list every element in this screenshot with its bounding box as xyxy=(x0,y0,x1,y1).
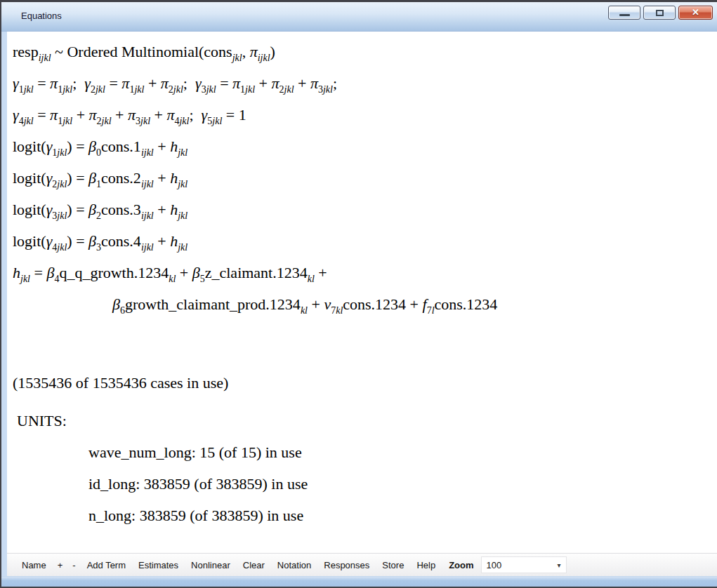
equation-h-part2[interactable]: β6growth_claimant_prod.1234kl + v7klcons… xyxy=(13,290,714,321)
zoom-level-select[interactable]: 100 ▾ xyxy=(481,556,567,573)
toolbar-add-term-button[interactable]: Add Term xyxy=(81,560,132,570)
toolbar-responses-button[interactable]: Responses xyxy=(317,560,376,570)
equations-toolbar: Name + - Add Term Estimates Nonlinear Cl… xyxy=(7,553,717,576)
equation-logit-gamma4[interactable]: logit(γ4jkl) = β3cons.4ijkl + hjkl xyxy=(13,227,714,258)
equation-logit-gamma3[interactable]: logit(γ3jkl) = β2cons.3ijkl + hjkl xyxy=(13,195,714,227)
equation-logit-gamma1[interactable]: logit(γ1jkl) = β0cons.1ijkl + hjkl xyxy=(13,132,714,163)
titlebar[interactable]: Equations ✕ xyxy=(1,2,717,32)
toolbar-name-button[interactable]: Name xyxy=(15,560,53,570)
units-label: UNITS: xyxy=(13,406,714,438)
unit-wave-num-long: wave_num_long: 15 (of 15) in use xyxy=(13,438,714,469)
equations-window: Equations ✕ respijkl ~ Ordered Multinomi… xyxy=(0,0,717,588)
toolbar-plus-button[interactable]: + xyxy=(53,560,68,570)
maximize-icon xyxy=(656,10,664,16)
unit-n-long: n_long: 383859 (of 383859) in use xyxy=(13,501,714,533)
close-button[interactable]: ✕ xyxy=(678,6,713,20)
equations-content: respijkl ~ Ordered Multinomial(consjkl, … xyxy=(7,32,717,553)
toolbar-store-button[interactable]: Store xyxy=(376,560,410,570)
equation-gamma-45[interactable]: γ4jkl = π1jkl + π2jkl + π3jkl + π4jkl; γ… xyxy=(13,100,714,132)
close-icon: ✕ xyxy=(692,6,699,19)
cases-in-use-text: (1535436 of 1535436 cases in use) xyxy=(13,368,714,400)
window-title: Equations xyxy=(21,2,62,30)
toolbar-estimates-button[interactable]: Estimates xyxy=(132,560,185,570)
chevron-down-icon: ▾ xyxy=(558,561,561,569)
zoom-level-value: 100 xyxy=(487,560,502,570)
minimize-icon xyxy=(619,14,630,16)
toolbar-clear-button[interactable]: Clear xyxy=(237,560,271,570)
equation-logit-gamma2[interactable]: logit(γ2jkl) = β1cons.2ijkl + hjkl xyxy=(13,163,714,195)
unit-id-long: id_long: 383859 (of 383859) in use xyxy=(13,469,714,501)
toolbar-help-button[interactable]: Help xyxy=(410,560,442,570)
equation-h-part1[interactable]: hjkl = β4q_q_growth.1234kl + β5z_claiman… xyxy=(13,258,714,290)
minimize-button[interactable] xyxy=(608,6,640,20)
window-controls: ✕ xyxy=(608,6,713,20)
window-left-border xyxy=(1,32,7,576)
equation-response-distribution[interactable]: respijkl ~ Ordered Multinomial(consjkl, … xyxy=(13,37,714,69)
window-body: respijkl ~ Ordered Multinomial(consjkl, … xyxy=(1,32,717,576)
equation-gamma-123[interactable]: γ1jkl = π1jkl; γ2jkl = π1jkl + π2jkl; γ3… xyxy=(13,69,714,100)
toolbar-zoom-label: Zoom xyxy=(442,560,476,570)
toolbar-notation-button[interactable]: Notation xyxy=(271,560,317,570)
toolbar-nonlinear-button[interactable]: Nonlinear xyxy=(185,560,237,570)
window-bottom-border xyxy=(1,576,717,587)
spacer xyxy=(13,321,714,368)
toolbar-minus-button[interactable]: - xyxy=(67,560,80,570)
maximize-button[interactable] xyxy=(643,6,676,20)
